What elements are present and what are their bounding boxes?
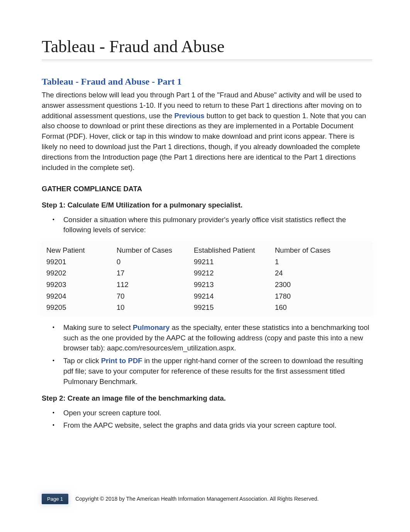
table-header-cases-1: Number of Cases <box>117 245 194 256</box>
gather-data-heading: GATHER COMPLIANCE DATA <box>42 185 372 193</box>
cell-new-count: 17 <box>117 267 194 279</box>
step-2-heading: Step 2: Create an image file of the benc… <box>42 394 372 403</box>
step-1-list-b: Making sure to select Pulmonary as the s… <box>42 323 372 387</box>
table-row: 99202 17 99212 24 <box>46 267 368 279</box>
page-number-badge: Page 1 <box>42 494 68 504</box>
cell-est-count: 1780 <box>275 291 368 302</box>
bullet-text-pre: Tap or click <box>63 357 101 365</box>
cell-est-code: 99213 <box>194 279 275 291</box>
cell-new-count: 112 <box>117 279 194 291</box>
step-2-bullet-1: Open your screen capture tool. <box>63 408 372 418</box>
table-header-cases-2: Number of Cases <box>275 245 368 256</box>
document-page: Tableau - Fraud and Abuse Tableau - Frau… <box>0 0 410 532</box>
cell-new-code: 99202 <box>46 267 117 279</box>
page-footer: Page 1 Copyright © 2018 by The American … <box>42 492 372 506</box>
print-to-pdf-mention: Print to PDF <box>101 357 142 365</box>
cell-est-count: 2300 <box>275 279 368 291</box>
cell-new-count: 0 <box>117 256 194 268</box>
document-title: Tableau - Fraud and Abuse <box>42 37 372 56</box>
cell-est-count: 1 <box>275 256 368 268</box>
cell-new-code: 99204 <box>46 291 117 302</box>
intro-text-post: button to get back to question 1. Note t… <box>42 112 366 172</box>
step-1-list-a: Consider a situation where this pulmonar… <box>42 215 372 236</box>
pulmonary-mention: Pulmonary <box>133 323 170 331</box>
section-heading: Tableau - Fraud and Abuse - Part 1 <box>42 76 372 87</box>
cell-est-code: 99212 <box>194 267 275 279</box>
cell-est-code: 99214 <box>194 291 275 302</box>
cell-est-count: 160 <box>275 302 368 313</box>
step-2-list: Open your screen capture tool. From the … <box>42 408 372 431</box>
utilization-table: New Patient Number of Cases Established … <box>42 242 372 316</box>
title-divider <box>42 59 372 61</box>
cell-new-count: 10 <box>117 302 194 313</box>
table-row: 99204 70 99214 1780 <box>46 291 368 302</box>
step-2-bullet-2: From the AAPC website, select the graphs… <box>63 420 372 431</box>
cell-est-code: 99215 <box>194 302 275 313</box>
cell-new-count: 70 <box>117 291 194 302</box>
copyright-text: Copyright © 2018 by The American Health … <box>75 496 319 502</box>
table-header-row: New Patient Number of Cases Established … <box>46 245 368 256</box>
table-header-established-patient: Established Patient <box>194 245 275 256</box>
step-1-bullet-1: Consider a situation where this pulmonar… <box>63 215 372 236</box>
intro-paragraph: The directions below will lead you throu… <box>42 90 372 173</box>
cell-est-code: 99211 <box>194 256 275 268</box>
table-row: 99205 10 99215 160 <box>46 302 368 313</box>
table-row: 99203 112 99213 2300 <box>46 279 368 291</box>
previous-button-mention: Previous <box>175 112 205 120</box>
cell-est-count: 24 <box>275 267 368 279</box>
step-1-bullet-2: Making sure to select Pulmonary as the s… <box>63 323 372 354</box>
cell-new-code: 99203 <box>46 279 117 291</box>
table-row: 99201 0 99211 1 <box>46 256 368 268</box>
table-header-new-patient: New Patient <box>46 245 117 256</box>
step-1-heading: Step 1: Calculate E/M Utilization for a … <box>42 201 372 209</box>
bullet-text-pre: Making sure to select <box>63 323 133 331</box>
step-1-bullet-3: Tap or click Print to PDF in the upper r… <box>63 356 372 387</box>
cell-new-code: 99201 <box>46 256 117 268</box>
cell-new-code: 99205 <box>46 302 117 313</box>
